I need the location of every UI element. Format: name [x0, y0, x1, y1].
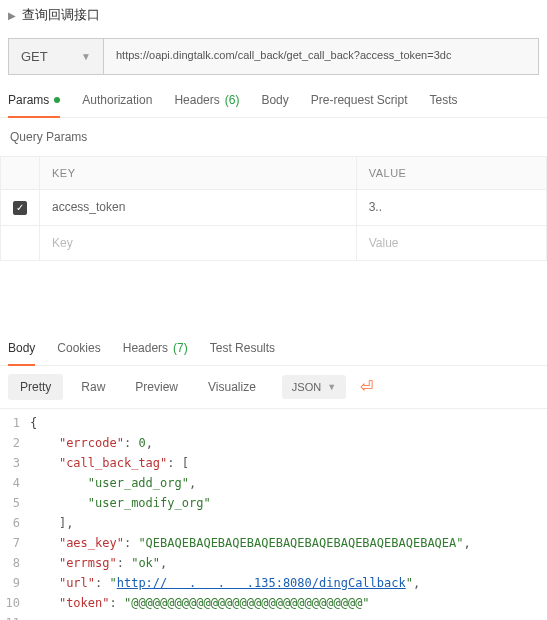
tab-params[interactable]: Params [8, 93, 60, 117]
view-pretty[interactable]: Pretty [8, 374, 63, 400]
code-line: 7 "aes_key": "QEBAQEBAQEBAQEBAQEBAQEBAQE… [0, 533, 547, 553]
code-line: 4 "user_add_org", [0, 473, 547, 493]
section-header[interactable]: ▶ 查询回调接口 [0, 0, 547, 30]
tab-pre-request-script[interactable]: Pre-request Script [311, 93, 408, 117]
active-dot-icon [54, 97, 60, 103]
query-params-title: Query Params [0, 118, 547, 150]
response-tabs: BodyCookiesHeaders(7)Test Results [0, 331, 547, 366]
chevron-down-icon: ▼ [327, 382, 336, 392]
code-line: 10 "token": "@@@@@@@@@@@@@@@@@@@@@@@@@@@… [0, 593, 547, 613]
chevron-down-icon: ▼ [81, 51, 91, 62]
method-select[interactable]: GET ▼ [9, 39, 104, 74]
query-params-table: KEY VALUE ✓access_token3..KeyValue [0, 156, 547, 261]
col-value: VALUE [356, 157, 546, 190]
param-key[interactable]: access_token [40, 190, 357, 226]
body-type-select[interactable]: JSON▼ [282, 375, 346, 399]
code-line: 2 "errcode": 0, [0, 433, 547, 453]
code-line: 1{ [0, 413, 547, 433]
resp-tab-headers[interactable]: Headers(7) [123, 341, 188, 365]
tab-body[interactable]: Body [261, 93, 288, 117]
body-view-bar: PrettyRawPreviewVisualizeJSON▼⏎ [0, 366, 547, 409]
param-value[interactable]: 3.. [356, 190, 546, 226]
code-line: 3 "call_back_tag": [ [0, 453, 547, 473]
section-title: 查询回调接口 [22, 6, 100, 24]
col-key: KEY [40, 157, 357, 190]
response-body: 1{2 "errcode": 0,3 "call_back_tag": [4 "… [0, 409, 547, 621]
key-placeholder[interactable]: Key [40, 225, 357, 260]
checkbox-icon[interactable]: ✓ [13, 201, 27, 215]
value-placeholder[interactable]: Value [356, 225, 546, 260]
wrap-icon[interactable]: ⏎ [360, 377, 373, 396]
view-visualize[interactable]: Visualize [196, 374, 268, 400]
view-preview[interactable]: Preview [123, 374, 190, 400]
table-row-placeholder: KeyValue [1, 225, 547, 260]
url-input[interactable]: https://oapi.dingtalk.com/call_back/get_… [104, 39, 538, 74]
tab-authorization[interactable]: Authorization [82, 93, 152, 117]
code-line: 5 "user_modify_org" [0, 493, 547, 513]
code-line: 6 ], [0, 513, 547, 533]
code-line: 8 "errmsg": "ok", [0, 553, 547, 573]
tab-headers[interactable]: Headers(6) [174, 93, 239, 117]
col-check [1, 157, 40, 190]
resp-tab-body[interactable]: Body [8, 341, 35, 365]
resp-tab-cookies[interactable]: Cookies [57, 341, 100, 365]
code-line: 11 [0, 613, 547, 621]
view-raw[interactable]: Raw [69, 374, 117, 400]
request-tabs: ParamsAuthorizationHeaders(6)BodyPre-req… [0, 83, 547, 118]
tab-tests[interactable]: Tests [429, 93, 457, 117]
request-bar: GET ▼ https://oapi.dingtalk.com/call_bac… [8, 38, 539, 75]
method-label: GET [21, 49, 48, 64]
resp-tab-test-results[interactable]: Test Results [210, 341, 275, 365]
chevron-right-icon: ▶ [8, 10, 16, 21]
table-row: ✓access_token3.. [1, 190, 547, 226]
code-line: 9 "url": "http:// . . .135:8080/dingCall… [0, 573, 547, 593]
